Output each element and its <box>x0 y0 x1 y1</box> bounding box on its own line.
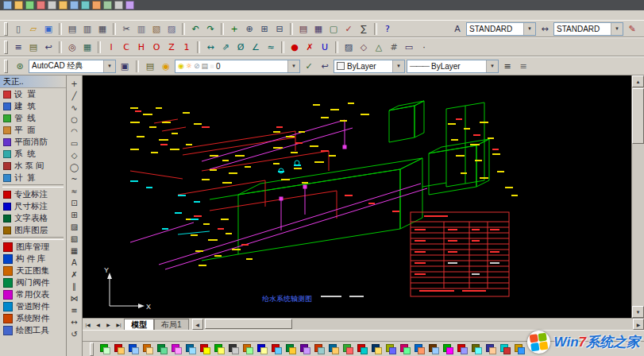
cad-bottom-tool-18[interactable] <box>341 342 354 355</box>
tab-model[interactable]: 模型 <box>124 319 154 331</box>
tab-nav-last[interactable]: ▶| <box>114 319 124 330</box>
layer-manager[interactable]: ▤ <box>143 59 157 73</box>
layer-states[interactable]: ▤ <box>26 40 40 54</box>
toolbar-grip[interactable] <box>4 60 8 73</box>
dim-continue[interactable]: ≈ <box>264 40 278 54</box>
select-tool[interactable]: + <box>67 78 81 90</box>
vertical-scrollbar[interactable]: ▲ ▼ <box>631 75 644 318</box>
sidebar-item-shui-beng-jian[interactable]: 水 泵 间 <box>0 160 66 172</box>
line-tool[interactable]: ╱ <box>67 90 81 102</box>
layer-previous-state[interactable]: ↩ <box>318 59 332 73</box>
sidebar-item-xi-tong[interactable]: 系 统 <box>0 148 66 160</box>
cad-bottom-tool-20[interactable] <box>369 342 383 355</box>
rectangle-tool[interactable]: ▭ <box>67 137 81 149</box>
dim-angular[interactable]: ∠ <box>249 40 263 54</box>
text-style-combo[interactable]: STANDARD▼ <box>466 22 536 36</box>
cad-bottom-tool-28[interactable] <box>484 342 497 355</box>
tz-text-c[interactable]: C <box>119 40 133 54</box>
tab-nav-next[interactable]: ▶ <box>103 319 114 330</box>
scroll-up-button[interactable]: ▲ <box>632 75 644 87</box>
pan[interactable]: + <box>227 21 241 36</box>
make-block-tool[interactable]: ⊞ <box>67 209 81 221</box>
copy[interactable]: ▥ <box>134 21 148 36</box>
tab-layout1[interactable]: 布局1 <box>154 319 189 331</box>
cad-bottom-tool-4[interactable] <box>141 342 154 355</box>
match-properties[interactable]: ▨ <box>164 21 179 36</box>
plot[interactable]: ▤ <box>65 21 79 36</box>
cad-bottom-tool-24[interactable] <box>426 342 440 355</box>
layer-on-off[interactable]: ◉ <box>159 59 173 73</box>
mirror-tool[interactable]: ⋈ <box>67 292 81 304</box>
redo[interactable]: ↷ <box>203 21 218 36</box>
dim-style-manager[interactable]: ↔ <box>538 21 552 36</box>
sidebar-item-tu-ku-guan-li[interactable]: 图库管理 <box>0 241 66 253</box>
rotate-tool[interactable]: ↺ <box>67 328 81 340</box>
sidebar-item-wen-zi-biao-ge[interactable]: 文字表格 <box>0 212 66 224</box>
sidebar-item-tian-zheng-tu-ji[interactable]: 天正图集 <box>0 265 66 277</box>
tz-text-i[interactable]: I <box>104 40 118 54</box>
sidebar-item-ping-mian[interactable]: 平 面 <box>0 124 66 136</box>
underline-text-tool[interactable]: U <box>318 40 332 54</box>
sidebar-item-guan-dao-fu-jian[interactable]: 管道附件 <box>0 300 66 312</box>
circle-tool[interactable]: ○ <box>67 114 81 126</box>
sidebar-item-chi-cun-biao-zhu[interactable]: 尺寸标注 <box>0 200 66 212</box>
tz-text-o[interactable]: O <box>149 40 164 54</box>
open-file[interactable]: ▱ <box>26 21 40 36</box>
insert-block-tool[interactable]: ⊡ <box>67 197 81 209</box>
revision-cloud-tool[interactable]: ≈ <box>67 185 81 197</box>
sidebar-item-ji-suan[interactable]: 计 算 <box>0 172 66 184</box>
tz-text-z[interactable]: Z <box>164 40 179 54</box>
quick-icon-7[interactable] <box>70 1 79 10</box>
help[interactable]: ? <box>380 21 395 36</box>
dim-aligned[interactable]: ⇗ <box>218 40 233 54</box>
cad-bottom-tool-15[interactable] <box>298 342 311 355</box>
layer-walk[interactable]: ▦ <box>80 40 94 54</box>
sidebar-item-she-zhi[interactable]: 设 置 <box>0 88 66 100</box>
cut[interactable]: ✂ <box>119 21 133 36</box>
cad-bottom-tool-17[interactable] <box>326 342 340 355</box>
vertical-scroll-thumb[interactable] <box>632 88 644 144</box>
layer-combo[interactable]: ◉☼⊘▤▪0▼ <box>175 60 300 73</box>
zoom-previous[interactable]: ⊟ <box>272 21 287 36</box>
layer-properties-manager[interactable]: ≡ <box>11 40 25 54</box>
scroll-right-button[interactable]: ▶ <box>633 319 644 330</box>
markup-set-manager[interactable]: ✓ <box>341 21 356 36</box>
sidebar-item-gou-jian-ku[interactable]: 构 件 库 <box>0 253 66 265</box>
text-style-combo-arrow[interactable]: ▼ <box>523 23 535 35</box>
dim-radius[interactable]: Ø <box>233 40 248 54</box>
cad-bottom-tool-11[interactable] <box>241 342 254 355</box>
linetype-combo[interactable]: ———ByLayer▼ <box>407 60 499 73</box>
designcenter[interactable]: ▦ <box>311 21 326 36</box>
sidebar-item-fa-men-fa-jian[interactable]: 阀门阀件 <box>0 277 66 288</box>
text-tool[interactable]: A <box>67 257 81 269</box>
publish[interactable]: ▦ <box>95 21 110 36</box>
tab-nav-prev[interactable]: ◀ <box>93 319 103 330</box>
arc-tool[interactable]: ◠ <box>67 126 81 137</box>
copy-tool[interactable]: ∥ <box>67 281 81 292</box>
horizontal-scroll-thumb[interactable] <box>205 319 292 329</box>
cad-bottom-tool-16[interactable] <box>312 342 326 355</box>
erase-tool[interactable]: ✗ <box>67 269 81 281</box>
move-tool[interactable]: ↔ <box>67 316 81 328</box>
point-tool[interactable]: · <box>417 40 431 54</box>
cad-bottom-tool-22[interactable] <box>398 342 411 355</box>
cad-bottom-tool-21[interactable] <box>384 342 397 355</box>
quick-icon-3[interactable] <box>25 1 34 10</box>
horizontal-scroll-track[interactable] <box>203 319 633 330</box>
paste[interactable]: ▧ <box>149 21 164 36</box>
sidebar-item-ping-mian-xiao-fang[interactable]: 平面消防 <box>0 136 66 148</box>
sidebar-item-guan-xian[interactable]: 管 线 <box>0 112 66 124</box>
table-style-manager[interactable]: ✎ <box>625 21 639 36</box>
dim-linear[interactable]: ↔ <box>203 40 218 54</box>
cad-bottom-tool-8[interactable] <box>198 342 211 355</box>
polygon-tool[interactable]: △ <box>372 40 386 54</box>
make-object-layer-current[interactable]: ◎ <box>65 40 79 54</box>
cad-bottom-tool-14[interactable] <box>283 342 297 355</box>
quick-icon-4[interactable] <box>37 1 45 10</box>
sidebar-title[interactable]: 天正.. <box>0 75 66 88</box>
quickcalc[interactable]: ∑ <box>357 21 371 36</box>
linetype-combo-arrow[interactable]: ▼ <box>486 60 498 72</box>
red-marker-tool[interactable]: ● <box>287 40 302 54</box>
cad-bottom-tool-29[interactable] <box>498 342 511 355</box>
quick-icon-10[interactable] <box>103 1 112 10</box>
